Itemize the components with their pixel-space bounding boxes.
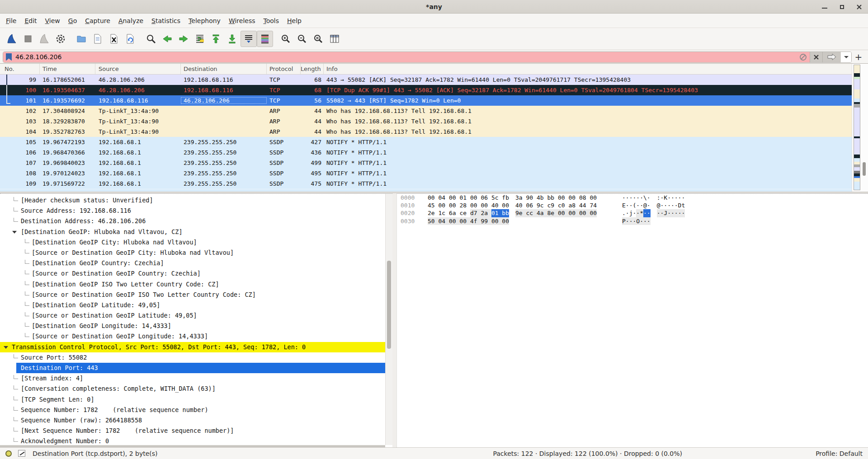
expert-info-icon[interactable] <box>5 450 12 457</box>
close-file-button[interactable] <box>106 31 122 47</box>
zoom-out-button[interactable] <box>294 31 310 47</box>
details-scrollbar-handle[interactable] <box>387 261 391 349</box>
bookmark-icon[interactable] <box>6 53 12 61</box>
menu-help[interactable]: Help <box>283 15 306 26</box>
hex-row[interactable]: 0000 00 04 00 01 00 06 5c fb 3a 90 4b bb… <box>397 194 868 201</box>
auto-scroll-button[interactable] <box>241 31 257 47</box>
menu-telephony[interactable]: Telephony <box>184 15 225 26</box>
detail-line[interactable]: [Source or Destination GeoIP Country: Cz… <box>0 268 385 279</box>
add-filter-button[interactable]: + <box>852 52 865 62</box>
detail-line-expandable[interactable]: [Destination GeoIP: Hluboka nad Vltavou,… <box>0 227 385 237</box>
expander-icon[interactable] <box>4 346 8 349</box>
restart-capture-button[interactable] <box>36 31 52 47</box>
detail-line[interactable]: Source Address: 192.168.68.116 <box>0 206 385 216</box>
packet-row-100[interactable]: 100 16.193504637 46.28.106.206 192.168.6… <box>0 85 868 95</box>
filter-dropdown-button[interactable] <box>840 52 851 62</box>
detail-line[interactable]: [Source or Destination GeoIP City: Hlubo… <box>0 248 385 258</box>
go-to-packet-button[interactable] <box>192 31 208 47</box>
detail-line[interactable]: [Destination GeoIP Latitude: 49,05] <box>0 300 385 310</box>
display-filter-input[interactable]: 46.28.106.206 <box>3 52 852 63</box>
hex-row[interactable]: 0030 50 04 00 00 4f 99 00 00 P···O··· <box>397 217 868 225</box>
maximize-button[interactable] <box>836 1 847 12</box>
filter-value[interactable]: 46.28.106.206 <box>15 53 61 61</box>
expander-icon[interactable] <box>12 231 17 234</box>
detail-line[interactable]: [Destination GeoIP Longitude: 14,4333] <box>0 321 385 331</box>
zoom-original-button[interactable] <box>310 31 326 47</box>
menu-edit[interactable]: Edit <box>20 15 41 26</box>
col-header-source[interactable]: Source <box>95 64 181 74</box>
detail-line[interactable]: [Stream index: 4] <box>0 373 385 384</box>
go-to-top-button[interactable] <box>208 31 224 47</box>
packet-row-107[interactable]: 107 19.969840023 192.168.68.1 239.255.25… <box>0 158 868 168</box>
selected-bytes: 01 bb <box>491 209 509 217</box>
minimize-button[interactable] <box>819 1 830 12</box>
detail-line[interactable]: Destination Address: 46.28.106.206 <box>0 216 385 226</box>
detail-line[interactable]: [Source or Destination GeoIP Longitude: … <box>0 331 385 342</box>
vertical-splitter[interactable] <box>392 193 396 447</box>
detail-line[interactable]: [Destination GeoIP City: Hluboka nad Vlt… <box>0 237 385 248</box>
scrollbar-handle[interactable] <box>863 162 866 176</box>
packet-row-108[interactable]: 108 19.970124023 192.168.68.1 239.255.25… <box>0 168 868 178</box>
menu-view[interactable]: View <box>41 15 64 26</box>
open-file-button[interactable] <box>73 31 90 47</box>
go-to-bottom-button[interactable] <box>224 31 241 47</box>
save-file-button[interactable] <box>90 31 106 47</box>
detail-line[interactable]: [Destination GeoIP Country: Czechia] <box>0 258 385 268</box>
profile-status[interactable]: Profile: Default <box>816 450 863 457</box>
detail-line[interactable]: [Source or Destination GeoIP Latitude: 4… <box>0 310 385 321</box>
packet-row-106[interactable]: 106 19.968470366 192.168.68.1 239.255.25… <box>0 147 868 158</box>
packet-list-scrollbar[interactable] <box>852 64 868 192</box>
menu-wireless[interactable]: Wireless <box>225 15 259 26</box>
stop-capture-button[interactable] <box>20 31 36 47</box>
go-forward-button[interactable] <box>175 31 192 47</box>
go-back-button[interactable] <box>159 31 175 47</box>
packet-row-104[interactable]: 104 19.352782763 Tp-LinkT_13:4a:90 ARP 4… <box>0 126 868 137</box>
capture-comment-icon[interactable] <box>18 450 25 457</box>
detail-line[interactable]: [TCP Segment Len: 0] <box>0 394 385 405</box>
apply-filter-button[interactable] <box>822 52 840 62</box>
detail-line[interactable]: Source Port: 55082 <box>0 352 385 363</box>
detail-line[interactable]: Sequence Number: 1782 (relative sequence… <box>0 405 385 415</box>
reload-file-button[interactable] <box>122 31 138 47</box>
col-header-destination[interactable]: Destination <box>181 64 267 74</box>
detail-line[interactable]: [Conversation completeness: Complete, WI… <box>0 384 385 394</box>
clear-filter-icon[interactable] <box>799 53 807 61</box>
start-capture-button[interactable] <box>4 31 20 47</box>
packet-row-109[interactable]: 109 19.971569722 192.168.68.1 239.255.25… <box>0 178 868 189</box>
arrow-bottom-icon <box>227 33 238 44</box>
detail-line[interactable]: [Next Sequence Number: 1782 (relative se… <box>0 426 385 436</box>
resize-columns-button[interactable] <box>326 31 343 47</box>
menu-tools[interactable]: Tools <box>259 15 283 26</box>
col-header-info[interactable]: Info <box>324 64 868 74</box>
detail-line-selected[interactable]: Destination Port: 443 <box>16 363 385 373</box>
remove-filter-button[interactable] <box>810 52 822 62</box>
menu-capture[interactable]: Capture <box>81 15 114 26</box>
col-header-length[interactable]: Length <box>301 64 324 74</box>
menu-analyze[interactable]: Analyze <box>114 15 147 26</box>
zoom-in-button[interactable] <box>278 31 294 47</box>
detail-line[interactable]: Sequence Number (raw): 2664188558 <box>0 415 385 426</box>
packet-row-99[interactable]: 99 16.178652061 46.28.106.206 192.168.68… <box>0 75 868 85</box>
hex-row[interactable]: 0020 2e 1c 6a ce d7 2a 01 bb 9e cc 4a 8e… <box>397 209 868 217</box>
find-packet-button[interactable] <box>143 31 159 47</box>
packet-row-102[interactable]: 102 17.304808924 Tp-LinkT_13:4a:90 ARP 4… <box>0 106 868 116</box>
close-button[interactable] <box>854 1 864 12</box>
packet-row-105[interactable]: 105 19.967472193 192.168.68.1 239.255.25… <box>0 137 868 147</box>
packet-minimap[interactable] <box>854 65 860 190</box>
col-header-protocol[interactable]: Protocol <box>267 64 301 74</box>
packet-row-103[interactable]: 103 18.329283870 Tp-LinkT_13:4a:90 ARP 4… <box>0 116 868 126</box>
detail-line[interactable]: [Source or Destination GeoIP ISO Two Let… <box>0 290 385 300</box>
menu-statistics[interactable]: Statistics <box>147 15 184 26</box>
packet-row-101-selected[interactable]: 101 16.193576692 192.168.68.116 46.28.10… <box>0 95 868 106</box>
detail-line[interactable]: [Destination GeoIP ISO Two Letter Countr… <box>0 279 385 290</box>
menu-file[interactable]: File <box>2 15 20 26</box>
menu-go[interactable]: Go <box>64 15 81 26</box>
capture-options-button[interactable] <box>52 31 69 47</box>
hex-row[interactable]: 0010 45 00 00 28 00 00 40 00 40 06 9c c9… <box>397 201 868 209</box>
detail-line-tcp-header[interactable]: Transmission Control Protocol, Src Port:… <box>0 342 385 352</box>
col-header-no[interactable]: No. <box>0 64 40 74</box>
col-header-time[interactable]: Time <box>40 64 95 74</box>
detail-line[interactable]: [Header checksum status: Unverified] <box>0 195 385 206</box>
details-scrollbar[interactable] <box>385 194 392 445</box>
colorize-packets-button[interactable] <box>257 31 273 47</box>
